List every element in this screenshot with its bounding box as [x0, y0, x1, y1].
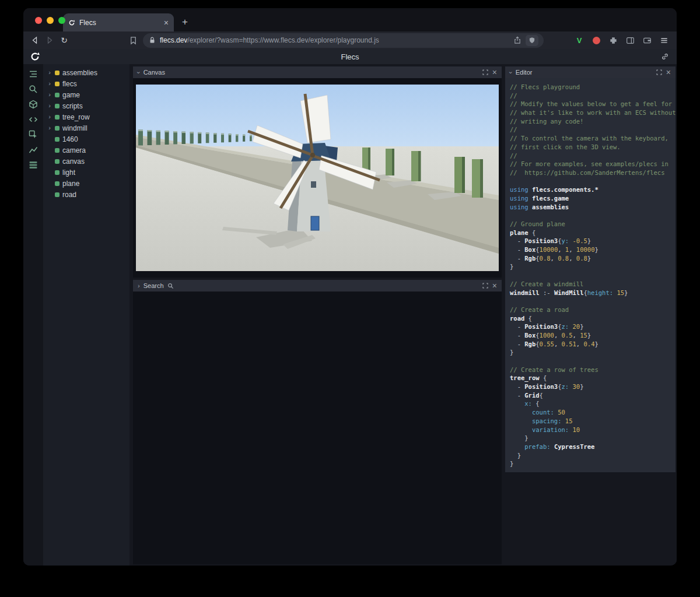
code-line[interactable]: x: {: [510, 399, 676, 408]
code-line[interactable]: - Position3{z: 30}: [510, 382, 676, 391]
code-line[interactable]: // first click on the 3D view.: [510, 143, 676, 152]
code-line[interactable]: //: [510, 125, 676, 134]
tree-item-road[interactable]: road: [43, 189, 130, 200]
code-line[interactable]: road {: [510, 314, 676, 323]
code-line[interactable]: - Rgb{0.55, 0.51, 0.4}: [510, 340, 676, 349]
brave-shield-button[interactable]: [526, 35, 538, 46]
code-line[interactable]: - Grid{: [510, 391, 676, 400]
expand-chevron-icon[interactable]: ›: [138, 283, 140, 289]
queries-rows-icon[interactable]: [29, 160, 38, 170]
expand-panel-icon[interactable]: [482, 69, 489, 76]
code-line[interactable]: using flecs.components.*: [510, 185, 676, 194]
red-extension-icon[interactable]: [590, 34, 602, 46]
tree-item-flecs[interactable]: ›flecs: [43, 78, 130, 89]
search-results-area[interactable]: [133, 292, 502, 564]
code-line[interactable]: count: 50: [510, 408, 676, 417]
code-line[interactable]: variation: 10: [510, 426, 676, 434]
expand-chevron-icon[interactable]: ›: [47, 114, 52, 120]
close-window-button[interactable]: [35, 17, 42, 24]
code-line[interactable]: // Flecs playground: [510, 83, 676, 92]
collapse-chevron-icon[interactable]: ›: [135, 71, 142, 73]
code-line[interactable]: - Box{10000, 1, 10000}: [510, 245, 676, 254]
wallet-icon[interactable]: [641, 34, 653, 46]
code-line[interactable]: // Create a windmill: [510, 280, 676, 289]
search-icon[interactable]: [29, 85, 38, 94]
3d-scene[interactable]: [136, 85, 499, 271]
reload-button[interactable]: ↻: [60, 36, 69, 45]
code-line[interactable]: //: [510, 92, 676, 100]
bookmark-icon[interactable]: [128, 36, 138, 45]
entities-cube-icon[interactable]: [29, 100, 38, 109]
close-panel-icon[interactable]: ×: [492, 68, 497, 76]
expand-panel-icon[interactable]: [656, 69, 663, 76]
code-line[interactable]: // what it's like to work with an ECS wi…: [510, 108, 676, 117]
code-line[interactable]: // Create a road: [510, 305, 676, 314]
tree-item-canvas[interactable]: canvas: [43, 156, 130, 167]
code-line[interactable]: // Ground plane: [510, 220, 676, 229]
tree-item-light[interactable]: light: [43, 167, 130, 178]
close-panel-icon[interactable]: ×: [492, 282, 497, 290]
code-line[interactable]: //: [510, 152, 676, 160]
v-extension-icon[interactable]: V: [573, 34, 585, 46]
menu-icon[interactable]: [658, 34, 670, 46]
code-line[interactable]: - Rgb{0.8, 0.8, 0.8}: [510, 254, 676, 263]
extensions-puzzle-icon[interactable]: [607, 34, 619, 46]
code-line[interactable]: - Position3{y: -0.5}: [510, 237, 676, 245]
minimize-window-button[interactable]: [47, 17, 54, 24]
code-line[interactable]: - Box{1000, 0.5, 15}: [510, 331, 676, 340]
inspect-cursor-icon[interactable]: [29, 130, 38, 139]
code-editor[interactable]: // Flecs playground//// Modify the value…: [505, 78, 676, 472]
collapse-chevron-icon[interactable]: ›: [508, 71, 514, 73]
tree-item-game[interactable]: ›game: [43, 89, 130, 100]
tree-item-1460[interactable]: 1460: [43, 134, 130, 145]
chart-icon[interactable]: [29, 145, 38, 154]
code-icon[interactable]: [29, 115, 38, 124]
expand-chevron-icon[interactable]: ›: [47, 69, 52, 76]
code-line[interactable]: }: [510, 451, 676, 460]
browser-tab[interactable]: Flecs ×: [63, 13, 174, 31]
code-line[interactable]: spacing: 15: [510, 417, 676, 426]
code-line[interactable]: - Position3{z: 20}: [510, 322, 676, 331]
code-line[interactable]: using flecs.game: [510, 194, 676, 203]
expand-panel-icon[interactable]: [482, 282, 489, 289]
code-line[interactable]: // Modify the values below to get a feel…: [510, 100, 676, 108]
forward-button[interactable]: [45, 36, 54, 45]
zoom-window-button[interactable]: [58, 17, 65, 24]
close-panel-icon[interactable]: ×: [666, 68, 671, 76]
code-line[interactable]: }: [510, 262, 676, 271]
code-line[interactable]: tree_row {: [510, 374, 676, 382]
code-line[interactable]: [510, 211, 676, 220]
tree-item-windmill[interactable]: ›windmill: [43, 122, 130, 134]
entity-tree-icon[interactable]: [29, 69, 38, 79]
tree-item-assemblies[interactable]: ›assemblies: [43, 67, 130, 78]
new-tab-button[interactable]: +: [177, 15, 192, 30]
tree-item-plane[interactable]: plane: [43, 178, 130, 189]
expand-chevron-icon[interactable]: ›: [47, 125, 52, 131]
expand-chevron-icon[interactable]: ›: [47, 92, 52, 98]
code-line[interactable]: [510, 297, 676, 305]
code-line[interactable]: // https://github.com/SanderMertens/flec…: [510, 168, 676, 177]
tree-item-camera[interactable]: camera: [43, 145, 130, 156]
sidebar-toggle-icon[interactable]: [624, 34, 636, 46]
code-line[interactable]: }: [510, 434, 676, 443]
code-line[interactable]: prefab: CypressTree: [510, 443, 676, 451]
code-line[interactable]: [510, 271, 676, 280]
back-button[interactable]: [30, 36, 40, 45]
share-link-icon[interactable]: [661, 52, 669, 63]
code-line[interactable]: [510, 357, 676, 366]
address-bar[interactable]: flecs.dev/explorer/?wasm=https://www.fle…: [143, 33, 544, 48]
code-line[interactable]: plane {: [510, 229, 676, 237]
share-icon[interactable]: [513, 36, 522, 45]
expand-chevron-icon[interactable]: ›: [47, 103, 52, 109]
tree-item-scripts[interactable]: ›scripts: [43, 100, 130, 111]
expand-chevron-icon[interactable]: ›: [47, 80, 52, 87]
tab-close-icon[interactable]: ×: [164, 19, 169, 27]
code-line[interactable]: // Create a row of trees: [510, 366, 676, 374]
code-line[interactable]: }: [510, 459, 676, 468]
code-line[interactable]: // To control the camera with the keyboa…: [510, 134, 676, 143]
code-line[interactable]: [510, 177, 676, 186]
tree-item-tree_row[interactable]: ›tree_row: [43, 111, 130, 122]
code-line[interactable]: }: [510, 348, 676, 357]
code-line[interactable]: // writing any code!: [510, 117, 676, 126]
code-line[interactable]: windmill :- WindMill{height: 15}: [510, 289, 676, 297]
